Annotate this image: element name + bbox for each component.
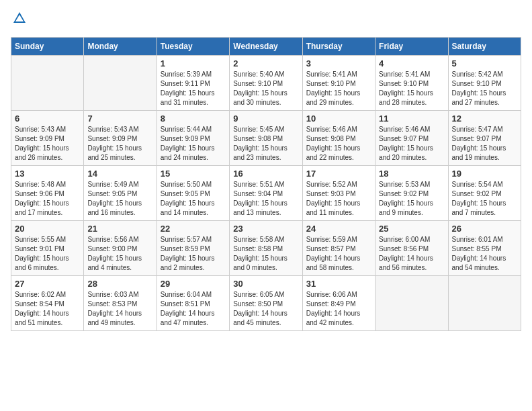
calendar-header-row: SundayMondayTuesdayWednesdayThursdayFrid… [11,38,521,56]
day-number: 31 [306,279,371,289]
calendar-week-1: 1Sunrise: 5:39 AMSunset: 9:11 PMDaylight… [11,56,521,111]
day-number: 22 [161,224,226,234]
day-info: Sunrise: 5:39 AMSunset: 9:11 PMDaylight:… [161,70,226,107]
calendar-cell: 1Sunrise: 5:39 AMSunset: 9:11 PMDaylight… [157,56,229,111]
day-info: Sunrise: 5:50 AMSunset: 9:05 PMDaylight:… [161,180,226,218]
day-info: Sunrise: 5:51 AMSunset: 9:04 PMDaylight:… [233,180,298,218]
weekday-header-thursday: Thursday [302,38,375,56]
calendar-cell: 8Sunrise: 5:44 AMSunset: 9:09 PMDaylight… [157,111,229,166]
day-number: 23 [233,224,298,234]
calendar-cell [375,276,448,331]
day-number: 24 [306,224,371,234]
day-info: Sunrise: 6:02 AMSunset: 8:54 PMDaylight:… [15,290,80,328]
calendar-week-3: 13Sunrise: 5:48 AMSunset: 9:06 PMDayligh… [11,166,521,221]
day-number: 15 [161,169,226,179]
calendar-week-2: 6Sunrise: 5:43 AMSunset: 9:09 PMDaylight… [11,111,521,166]
day-info: Sunrise: 5:43 AMSunset: 9:09 PMDaylight:… [15,125,80,163]
calendar-cell: 27Sunrise: 6:02 AMSunset: 8:54 PMDayligh… [11,276,84,331]
day-number: 13 [15,169,80,179]
calendar-cell: 20Sunrise: 5:55 AMSunset: 9:01 PMDayligh… [11,221,84,276]
day-number: 16 [233,169,298,179]
calendar-cell: 16Sunrise: 5:51 AMSunset: 9:04 PMDayligh… [230,166,302,221]
weekday-header-monday: Monday [84,38,157,56]
day-info: Sunrise: 5:54 AMSunset: 9:02 PMDaylight:… [452,180,517,218]
day-number: 1 [161,58,226,68]
day-number: 21 [87,224,152,234]
day-info: Sunrise: 5:40 AMSunset: 9:10 PMDaylight:… [233,70,298,107]
day-info: Sunrise: 5:55 AMSunset: 9:01 PMDaylight:… [15,235,80,273]
day-info: Sunrise: 5:57 AMSunset: 8:59 PMDaylight:… [161,235,226,273]
day-number: 18 [379,169,444,179]
day-info: Sunrise: 5:46 AMSunset: 9:07 PMDaylight:… [379,125,444,163]
calendar-cell: 4Sunrise: 5:41 AMSunset: 9:10 PMDaylight… [375,56,448,111]
day-info: Sunrise: 6:00 AMSunset: 8:56 PMDaylight:… [379,235,444,273]
calendar-cell: 22Sunrise: 5:57 AMSunset: 8:59 PMDayligh… [157,221,229,276]
day-info: Sunrise: 5:41 AMSunset: 9:10 PMDaylight:… [306,70,371,107]
calendar-cell: 2Sunrise: 5:40 AMSunset: 9:10 PMDaylight… [230,56,302,111]
calendar-cell: 10Sunrise: 5:46 AMSunset: 9:08 PMDayligh… [302,111,375,166]
day-number: 6 [15,113,80,124]
day-number: 30 [233,279,298,289]
weekday-header-saturday: Saturday [448,38,521,56]
day-number: 20 [15,224,80,234]
day-number: 5 [452,58,517,68]
day-info: Sunrise: 5:42 AMSunset: 9:10 PMDaylight:… [452,70,517,107]
calendar-cell: 9Sunrise: 5:45 AMSunset: 9:08 PMDaylight… [230,111,302,166]
day-info: Sunrise: 5:44 AMSunset: 9:09 PMDaylight:… [161,125,226,163]
day-number: 8 [161,113,226,124]
day-number: 3 [306,58,371,68]
day-number: 17 [306,169,371,179]
day-info: Sunrise: 6:04 AMSunset: 8:51 PMDaylight:… [161,290,226,328]
calendar-cell: 21Sunrise: 5:56 AMSunset: 9:00 PMDayligh… [84,221,157,276]
calendar-cell [11,56,84,111]
calendar-cell: 14Sunrise: 5:49 AMSunset: 9:05 PMDayligh… [84,166,157,221]
calendar-cell: 7Sunrise: 5:43 AMSunset: 9:09 PMDaylight… [84,111,157,166]
day-info: Sunrise: 5:58 AMSunset: 8:58 PMDaylight:… [233,235,298,273]
calendar-cell: 6Sunrise: 5:43 AMSunset: 9:09 PMDaylight… [11,111,84,166]
calendar-cell: 28Sunrise: 6:03 AMSunset: 8:53 PMDayligh… [84,276,157,331]
day-info: Sunrise: 5:49 AMSunset: 9:05 PMDaylight:… [87,180,152,218]
day-info: Sunrise: 5:46 AMSunset: 9:08 PMDaylight:… [306,125,371,163]
day-number: 27 [15,279,80,289]
day-number: 7 [87,113,152,124]
calendar-cell: 29Sunrise: 6:04 AMSunset: 8:51 PMDayligh… [157,276,229,331]
day-number: 2 [233,58,298,68]
calendar-cell [448,276,521,331]
calendar-cell: 3Sunrise: 5:41 AMSunset: 9:10 PMDaylight… [302,56,375,111]
calendar-table: SundayMondayTuesdayWednesdayThursdayFrid… [11,37,521,331]
logo [11,11,27,29]
calendar-cell: 12Sunrise: 5:47 AMSunset: 9:07 PMDayligh… [448,111,521,166]
day-number: 26 [452,224,517,234]
calendar-cell: 24Sunrise: 5:59 AMSunset: 8:57 PMDayligh… [302,221,375,276]
page-header [11,11,521,29]
calendar-cell: 19Sunrise: 5:54 AMSunset: 9:02 PMDayligh… [448,166,521,221]
weekday-header-sunday: Sunday [11,38,84,56]
day-number: 10 [306,113,371,124]
calendar-week-5: 27Sunrise: 6:02 AMSunset: 8:54 PMDayligh… [11,276,521,331]
day-info: Sunrise: 5:56 AMSunset: 9:00 PMDaylight:… [87,235,152,273]
calendar-cell [84,56,157,111]
day-info: Sunrise: 6:06 AMSunset: 8:49 PMDaylight:… [306,290,371,328]
day-info: Sunrise: 5:59 AMSunset: 8:57 PMDaylight:… [306,235,371,273]
weekday-header-wednesday: Wednesday [230,38,302,56]
day-info: Sunrise: 5:45 AMSunset: 9:08 PMDaylight:… [233,125,298,163]
day-info: Sunrise: 5:48 AMSunset: 9:06 PMDaylight:… [15,180,80,218]
calendar-week-4: 20Sunrise: 5:55 AMSunset: 9:01 PMDayligh… [11,221,521,276]
day-info: Sunrise: 5:52 AMSunset: 9:03 PMDaylight:… [306,180,371,218]
calendar-cell: 15Sunrise: 5:50 AMSunset: 9:05 PMDayligh… [157,166,229,221]
day-info: Sunrise: 5:47 AMSunset: 9:07 PMDaylight:… [452,125,517,163]
calendar-cell: 18Sunrise: 5:53 AMSunset: 9:02 PMDayligh… [375,166,448,221]
calendar-cell: 5Sunrise: 5:42 AMSunset: 9:10 PMDaylight… [448,56,521,111]
day-info: Sunrise: 5:53 AMSunset: 9:02 PMDaylight:… [379,180,444,218]
day-info: Sunrise: 5:43 AMSunset: 9:09 PMDaylight:… [87,125,152,163]
day-number: 28 [87,279,152,289]
day-number: 25 [379,224,444,234]
calendar-cell: 11Sunrise: 5:46 AMSunset: 9:07 PMDayligh… [375,111,448,166]
day-number: 29 [161,279,226,289]
day-number: 11 [379,113,444,124]
calendar-cell: 17Sunrise: 5:52 AMSunset: 9:03 PMDayligh… [302,166,375,221]
day-info: Sunrise: 6:01 AMSunset: 8:55 PMDaylight:… [452,235,517,273]
day-number: 12 [452,113,517,124]
day-number: 4 [379,58,444,68]
logo-icon [12,11,27,26]
